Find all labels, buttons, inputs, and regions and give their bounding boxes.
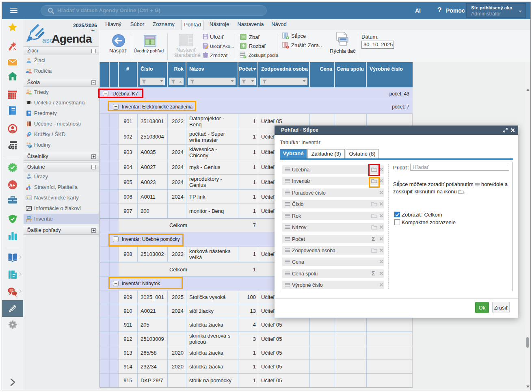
svg-text:Agenda: Agenda: [52, 32, 93, 45]
svg-text:™: ™: [90, 28, 95, 34]
svg-text:A: A: [27, 207, 29, 210]
svg-text:A+: A+: [9, 183, 15, 188]
